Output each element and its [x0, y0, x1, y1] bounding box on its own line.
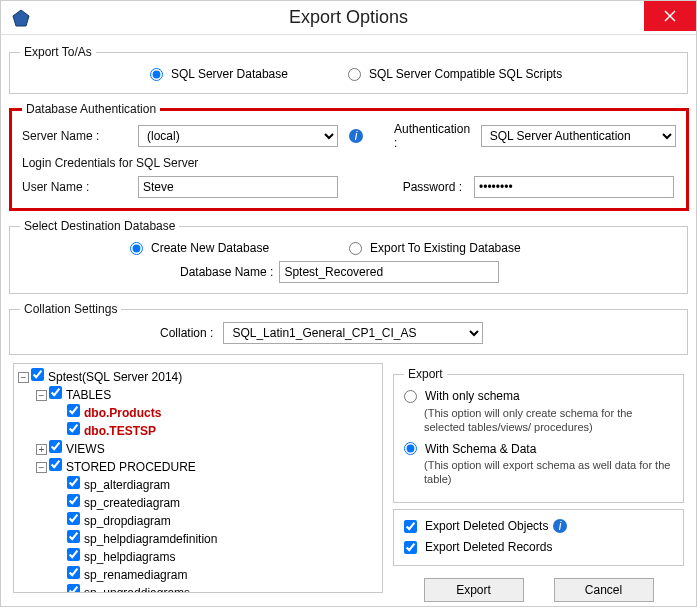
window-title: Export Options — [289, 7, 408, 28]
password-label: Password : — [368, 180, 468, 194]
object-tree[interactable]: −Sptest(SQL Server 2014) −TABLES dbo.Pro… — [13, 363, 383, 593]
collation-select[interactable]: SQL_Latin1_General_CP1_CI_AS — [223, 322, 483, 344]
tree-sp-item[interactable]: sp_upgraddiagrams — [67, 586, 190, 593]
expand-icon[interactable]: + — [36, 444, 47, 455]
radio-sql-server-db[interactable]: SQL Server Database — [150, 67, 288, 81]
tree-table-products[interactable]: dbo.Products — [67, 406, 161, 420]
username-label: User Name : — [22, 180, 132, 194]
server-name-select[interactable]: (local) — [138, 125, 338, 147]
chk-export-deleted-objects[interactable]: Export Deleted Objects — [404, 519, 548, 533]
chk-export-deleted-objects-input[interactable] — [404, 520, 417, 533]
tree-sp-item[interactable]: sp_helpdiagramdefinition — [67, 532, 217, 546]
tree-root[interactable]: Sptest(SQL Server 2014) — [31, 370, 182, 384]
export-to-as-group: Export To/As SQL Server Database SQL Ser… — [9, 45, 688, 94]
tree-sp-item[interactable]: sp_alterdiagram — [67, 478, 170, 492]
destination-db-legend: Select Destination Database — [20, 219, 179, 233]
expand-icon[interactable]: − — [36, 462, 47, 473]
svg-marker-0 — [13, 10, 29, 26]
radio-sql-scripts-input[interactable] — [348, 68, 361, 81]
authentication-label: Authentication : — [394, 122, 475, 150]
radio-create-new-db-input[interactable] — [130, 242, 143, 255]
radio-only-schema[interactable]: With only schema — [404, 389, 520, 403]
radio-existing-db-input[interactable] — [349, 242, 362, 255]
password-input[interactable] — [474, 176, 674, 198]
radio-schema-and-data-input[interactable] — [404, 442, 417, 455]
tree-tables[interactable]: TABLES — [49, 388, 111, 402]
expand-icon[interactable]: − — [18, 372, 29, 383]
close-button[interactable] — [644, 1, 696, 31]
deleted-options-group: Export Deleted Objects i Export Deleted … — [393, 509, 684, 566]
radio-create-new-db[interactable]: Create New Database — [130, 241, 269, 255]
tree-sp-item[interactable]: sp_renamediagram — [67, 568, 187, 582]
tree-sp-item[interactable]: sp_dropdiagram — [67, 514, 171, 528]
chk-export-deleted-records[interactable]: Export Deleted Records — [404, 540, 552, 554]
schema-data-desc: (This option will export schema as well … — [404, 458, 673, 486]
tree-views[interactable]: VIEWS — [49, 442, 105, 456]
radio-sql-scripts[interactable]: SQL Server Compatible SQL Scripts — [348, 67, 562, 81]
collation-label: Collation : — [160, 326, 213, 340]
tree-sp-item[interactable]: sp_helpdiagrams — [67, 550, 175, 564]
collation-legend: Collation Settings — [20, 302, 121, 316]
radio-existing-db[interactable]: Export To Existing Database — [349, 241, 521, 255]
info-icon[interactable]: i — [348, 128, 364, 144]
svg-text:i: i — [355, 129, 358, 143]
info-icon[interactable]: i — [552, 518, 568, 534]
expand-icon[interactable]: − — [36, 390, 47, 401]
db-name-input[interactable] — [279, 261, 499, 283]
radio-only-schema-input[interactable] — [404, 390, 417, 403]
export-options-legend: Export — [404, 367, 447, 381]
export-button[interactable]: Export — [424, 578, 524, 602]
destination-db-group: Select Destination Database Create New D… — [9, 219, 688, 294]
login-credentials-header: Login Credentials for SQL Server — [22, 156, 676, 170]
db-auth-legend: Database Authentication — [22, 102, 160, 116]
username-input[interactable] — [138, 176, 338, 198]
app-logo-icon — [11, 8, 31, 28]
tree-stored-procedures[interactable]: STORED PROCEDURE — [49, 460, 196, 474]
export-to-as-legend: Export To/As — [20, 45, 96, 59]
title-bar: Export Options — [1, 1, 696, 35]
server-name-label: Server Name : — [22, 129, 132, 143]
radio-sql-server-db-input[interactable] — [150, 68, 163, 81]
tree-table-testsp[interactable]: dbo.TESTSP — [67, 424, 156, 438]
cancel-button[interactable]: Cancel — [554, 578, 654, 602]
collation-group: Collation Settings Collation : SQL_Latin… — [9, 302, 688, 355]
radio-schema-and-data[interactable]: With Schema & Data — [404, 442, 536, 456]
db-name-label: Database Name : — [180, 265, 273, 279]
export-options-group: Export With only schema (This option wil… — [393, 367, 684, 503]
db-auth-group: Database Authentication Server Name : (l… — [9, 102, 689, 211]
svg-text:i: i — [559, 519, 562, 533]
only-schema-desc: (This option will only create schema for… — [404, 406, 673, 434]
authentication-select[interactable]: SQL Server Authentication — [481, 125, 676, 147]
tree-sp-item[interactable]: sp_creatediagram — [67, 496, 180, 510]
chk-export-deleted-records-input[interactable] — [404, 541, 417, 554]
